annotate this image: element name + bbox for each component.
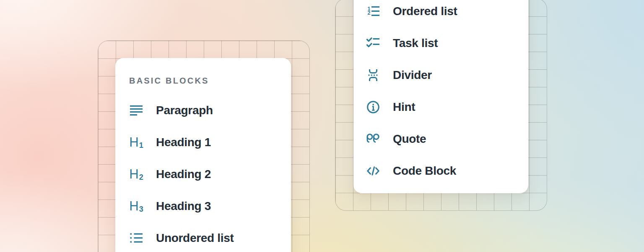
menu-item-heading-2[interactable]: H2Heading 2 [129,158,291,190]
unordered-list-icon [129,231,143,245]
menu-item-divider[interactable]: Divider [366,59,528,91]
divider-icon [366,68,380,82]
menu-item-label: Ordered list [393,5,457,18]
menu-item-label: Quote [393,132,426,146]
menu-item-heading-1[interactable]: H1Heading 1 [129,126,291,158]
ordered-list-icon: 12 [366,4,380,18]
menu-item-ordered-list[interactable]: 12Ordered list [366,0,528,27]
menu-item-label: Unordered list [156,231,234,245]
basic-blocks-item-list: ParagraphH1Heading 1H2Heading 2H3Heading… [129,94,291,252]
task-list-icon [366,36,380,50]
heading-2-icon: H2 [129,167,143,181]
menu-item-hint[interactable]: Hint [366,91,528,123]
menu-item-label: Divider [393,68,432,82]
heading-1-icon: H1 [129,135,143,150]
menu-item-label: Paragraph [156,104,213,117]
menu-item-unordered-list[interactable]: Unordered list [129,222,291,252]
more-blocks-item-list: 12Ordered listTask listDividerHintQuoteC… [366,0,528,187]
menu-item-quote[interactable]: Quote [366,123,528,155]
menu-item-label: Code Block [393,164,456,178]
code-block-icon [366,164,380,178]
basic-blocks-header: BASIC BLOCKS [129,76,291,86]
editor-blocks-illustration: BASIC BLOCKS ParagraphH1Heading 1H2Headi… [0,0,644,252]
menu-item-paragraph[interactable]: Paragraph [129,94,291,126]
quote-icon [366,132,380,146]
menu-item-label: Heading 1 [156,136,211,149]
basic-blocks-menu: BASIC BLOCKS ParagraphH1Heading 1H2Headi… [115,58,291,252]
more-blocks-menu: 12Ordered listTask listDividerHintQuoteC… [353,0,528,193]
svg-text:2: 2 [368,10,371,16]
menu-item-label: Hint [393,100,415,114]
menu-item-label: Task list [393,37,438,50]
menu-item-code-block[interactable]: Code Block [366,155,528,187]
menu-item-task-list[interactable]: Task list [366,27,528,59]
heading-3-icon: H3 [129,199,143,213]
menu-item-label: Heading 3 [156,200,211,213]
menu-item-label: Heading 2 [156,168,211,181]
hint-icon [366,100,380,114]
menu-item-heading-3[interactable]: H3Heading 3 [129,190,291,222]
paragraph-icon [129,103,143,118]
